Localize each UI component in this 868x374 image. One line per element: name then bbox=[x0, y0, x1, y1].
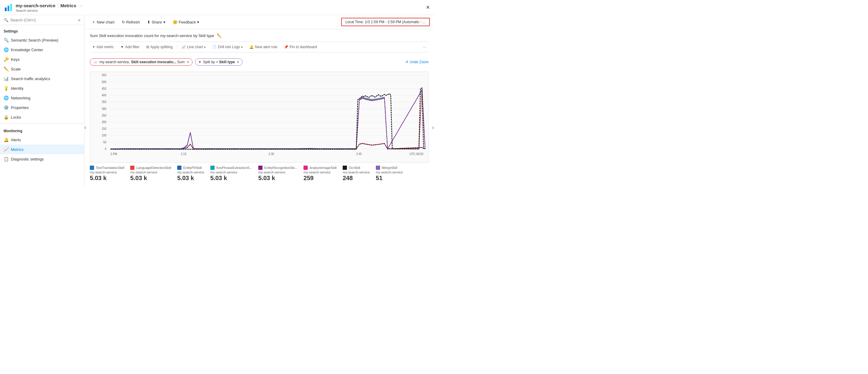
pin-dashboard-button[interactable]: 📌 Pin to dashboard bbox=[281, 44, 319, 50]
legend-text-translation: TextTranslationSkill my-search-service 5… bbox=[90, 166, 124, 181]
sidebar-item-networking[interactable]: 🌐 Networking bbox=[0, 93, 84, 103]
share-label: Share bbox=[152, 20, 162, 24]
svg-text:UTC-08:00: UTC-08:00 bbox=[410, 152, 424, 156]
plus-icon: ＋ bbox=[92, 19, 96, 25]
svg-rect-1 bbox=[7, 6, 9, 11]
legend-key-phrase: KeyPhraseExtractionS... my-search-servic… bbox=[210, 166, 252, 181]
add-metric-button[interactable]: ✦ Add metric bbox=[90, 44, 116, 50]
time-range-button[interactable]: Local Time: 1/3 1:59 PM - 2:59 PM (Autom… bbox=[341, 18, 430, 26]
svg-rect-2 bbox=[10, 4, 12, 11]
svg-text:200: 200 bbox=[101, 121, 106, 124]
undo-icon: ↺ bbox=[405, 60, 408, 64]
feedback-caret: ▾ bbox=[197, 20, 199, 24]
remove-metric-icon[interactable]: ✕ bbox=[187, 60, 189, 64]
pin-dashboard-label: Pin to dashboard bbox=[290, 45, 317, 49]
settings-section: Settings 🔍 Semantic Search (Preview) 🌐 K… bbox=[0, 25, 84, 122]
toolbar-separator-1 bbox=[177, 44, 177, 49]
line-chart-button[interactable]: 📈 Line chart ▾ bbox=[179, 44, 208, 50]
feedback-button[interactable]: 🙂 Feedback ▾ bbox=[170, 18, 202, 26]
sidebar-item-identity[interactable]: 💡 Identity bbox=[0, 83, 84, 93]
service-name: my-search-service bbox=[16, 3, 56, 8]
legend-header: KeyPhraseExtractionS... bbox=[210, 166, 252, 170]
svg-text:450: 450 bbox=[101, 87, 106, 90]
legend-entity-recognition: EntityRecognitionSki... my-search-servic… bbox=[258, 166, 298, 181]
search-traffic-icon: 📊 bbox=[4, 76, 8, 81]
remove-split-icon[interactable]: ✕ bbox=[237, 60, 239, 64]
sidebar-item-label: Metrics bbox=[11, 147, 24, 152]
split-tag-text: Split by = Skill type bbox=[203, 60, 235, 64]
refresh-label: Refresh bbox=[126, 20, 140, 24]
chart-title-row: Sum Skill execution invocation count for… bbox=[90, 33, 429, 38]
new-chart-label: New chart bbox=[97, 20, 115, 24]
semantic-search-icon: 🔍 bbox=[4, 38, 8, 42]
share-button[interactable]: ⬆ Share ▾ bbox=[144, 18, 168, 26]
share-caret: ▾ bbox=[163, 20, 165, 24]
share-icon: ⬆ bbox=[147, 20, 150, 24]
dots-menu[interactable]: ··· bbox=[79, 3, 83, 8]
sidebar-item-label: Alerts bbox=[11, 138, 21, 142]
search-bar: 🔍 « bbox=[0, 15, 84, 25]
drill-logs-button[interactable]: 📄 Drill into Logs ▾ bbox=[210, 44, 245, 50]
locks-icon: 🔒 bbox=[4, 115, 8, 120]
alert-icon: 🔔 bbox=[249, 45, 254, 49]
undo-zoom-button[interactable]: ↺ Undo Zoom bbox=[405, 60, 429, 64]
cloud-icon: ☁️ bbox=[93, 60, 98, 64]
legend-service: my-search-service bbox=[210, 170, 238, 174]
sidebar-item-diagnostic[interactable]: 📋 Diagnostic settings bbox=[0, 154, 84, 164]
keys-icon: 🔑 bbox=[4, 57, 8, 62]
sidebar-item-scale[interactable]: ✏️ Scale bbox=[0, 64, 84, 74]
add-filter-button[interactable]: ▼ Add filter bbox=[118, 44, 142, 50]
chart-nav-right[interactable]: › bbox=[432, 124, 434, 130]
add-filter-label: Add filter bbox=[125, 45, 139, 49]
svg-text:350: 350 bbox=[101, 100, 106, 104]
collapse-button[interactable]: « bbox=[78, 18, 81, 22]
main-area: 🔍 « Settings 🔍 Semantic Search (Preview)… bbox=[0, 15, 434, 187]
pin-icon: 📌 bbox=[284, 45, 288, 49]
chart-toolbar: ✦ Add metric ▼ Add filter ⊞ Apply splitt… bbox=[90, 41, 429, 53]
sidebar-item-keys[interactable]: 🔑 Keys bbox=[0, 55, 84, 64]
sidebar-item-label: Search traffic analytics bbox=[11, 76, 50, 81]
legend-service: my-search-service bbox=[130, 170, 157, 174]
sidebar-item-label: Identity bbox=[11, 86, 24, 91]
sidebar-item-label: Semantic Search (Preview) bbox=[11, 38, 59, 42]
edit-icon[interactable]: ✏️ bbox=[217, 33, 221, 38]
sidebar-item-locks[interactable]: 🔒 Locks bbox=[0, 112, 84, 122]
title-text: my-search-service | Metrics ··· Search s… bbox=[16, 2, 83, 12]
search-input[interactable] bbox=[10, 18, 76, 22]
svg-text:150: 150 bbox=[101, 127, 106, 130]
metric-filter-tag[interactable]: ☁️ my-search-service, Skill execution in… bbox=[90, 59, 193, 66]
split-filter-tag[interactable]: ✦ Split by = Skill type ✕ bbox=[195, 59, 243, 66]
legend-value: 5.03 k bbox=[177, 175, 194, 181]
sidebar-item-metrics[interactable]: 📈 Metrics bbox=[0, 144, 84, 154]
svg-text:2:45: 2:45 bbox=[356, 152, 362, 156]
sidebar-item-knowledge-center[interactable]: 🌐 Knowledge Center bbox=[0, 45, 84, 55]
legend-service: my-search-service bbox=[90, 170, 117, 174]
sidebar-item-search-traffic[interactable]: 📊 Search traffic analytics bbox=[0, 74, 84, 83]
new-alert-button[interactable]: 🔔 New alert rule bbox=[247, 44, 280, 50]
chart-nav-left[interactable]: ‹ bbox=[84, 124, 86, 130]
metrics-icon: 📈 bbox=[4, 147, 8, 152]
legend-header: EntityRecognitionSki... bbox=[258, 166, 298, 170]
svg-text:300: 300 bbox=[101, 107, 106, 110]
more-options-button[interactable]: ··· bbox=[421, 44, 429, 50]
sidebar-item-semantic-search[interactable]: 🔍 Semantic Search (Preview) bbox=[0, 35, 84, 45]
legend-color bbox=[130, 166, 134, 170]
apply-splitting-button[interactable]: ⊞ Apply splitting bbox=[144, 44, 175, 50]
sidebar-item-label: Knowledge Center bbox=[11, 47, 43, 52]
subtitle: Search service bbox=[16, 9, 83, 12]
sidebar-item-label: Keys bbox=[11, 57, 20, 62]
chart-title: Sum Skill execution invocation count for… bbox=[90, 33, 214, 38]
sidebar-item-properties[interactable]: ⚙️ Properties bbox=[0, 103, 84, 112]
networking-icon: 🌐 bbox=[4, 96, 8, 100]
line-chart-caret: ▾ bbox=[204, 45, 206, 49]
more-icon: ··· bbox=[423, 45, 426, 49]
sidebar-item-alerts[interactable]: 🔔 Alerts bbox=[0, 135, 84, 144]
sidebar: 🔍 « Settings 🔍 Semantic Search (Preview)… bbox=[0, 15, 84, 187]
new-chart-button[interactable]: ＋ New chart bbox=[89, 18, 118, 27]
drill-logs-label: Drill into Logs bbox=[218, 45, 240, 49]
legend-service: my-search-service bbox=[177, 170, 204, 174]
refresh-button[interactable]: ↻ Refresh bbox=[119, 18, 143, 26]
legend-merge: MergeSkill my-search-service 51 bbox=[376, 166, 403, 181]
svg-text:0: 0 bbox=[105, 147, 106, 150]
close-button[interactable]: ✕ bbox=[426, 4, 430, 10]
